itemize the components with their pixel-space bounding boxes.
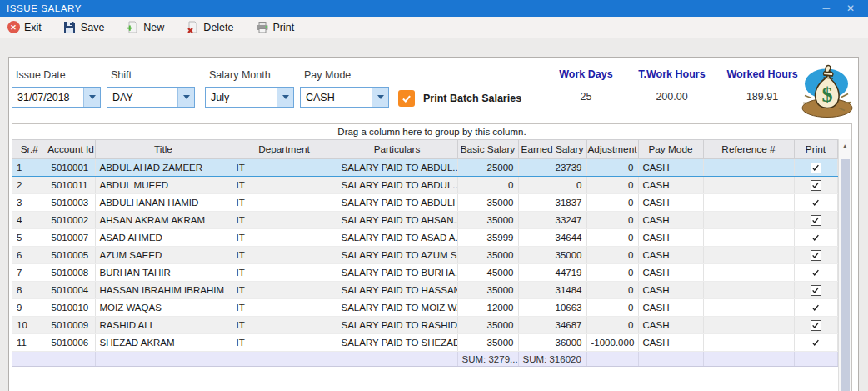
cell-particulars: SALARY PAID TO HASSAN... xyxy=(337,282,457,299)
summary-row: SUM: 3279...SUM: 316020 xyxy=(12,352,837,367)
delete-button[interactable]: Delete xyxy=(186,21,233,34)
cell-earned-salary: 10663 xyxy=(518,299,586,317)
cell-print xyxy=(794,247,837,264)
cell-sr: 6 xyxy=(12,247,47,264)
cell-particulars: SALARY PAID TO AHSAN... xyxy=(337,212,457,229)
cell-particulars: SALARY PAID TO BURHA... xyxy=(337,264,457,282)
scroll-up-arrow[interactable]: ▲ xyxy=(839,139,852,153)
cell-adjustment: 0 xyxy=(586,299,638,317)
print-row-checkbox[interactable] xyxy=(811,338,821,348)
table-row[interactable]: 85010004HASSAN IBRAHIM IBRAHIMITSALARY P… xyxy=(12,282,837,299)
salary-month-dropdown-button[interactable] xyxy=(277,88,293,107)
pay-mode-field: Pay Mode CASH xyxy=(300,69,389,108)
print-row-checkbox[interactable] xyxy=(811,180,821,191)
group-by-panel[interactable]: Drag a column here to group by this colu… xyxy=(12,124,851,139)
issue-date-dropdown-button[interactable] xyxy=(83,88,100,107)
summary-cell xyxy=(337,352,457,367)
column-header-sr[interactable]: Sr.# xyxy=(12,140,47,159)
cell-adjustment: 0 xyxy=(586,159,638,177)
table-row[interactable]: 65010005AZUM SAEEDITSALARY PAID TO AZUM … xyxy=(12,247,837,264)
salary-month-select[interactable]: July xyxy=(205,87,294,108)
issue-date-picker[interactable]: 31/07/2018 xyxy=(12,87,101,108)
column-header-earned-salary[interactable]: Earned Salary xyxy=(518,140,586,159)
table-row[interactable]: 35010003ABDULHANAN HAMIDITSALARY PAID TO… xyxy=(12,194,837,212)
print-row-checkbox[interactable] xyxy=(811,215,821,226)
table-row[interactable]: 55010007ASAD AHMEDITSALARY PAID TO ASAD … xyxy=(12,229,837,247)
cell-account-id: 5010004 xyxy=(47,282,95,299)
column-header-print[interactable]: Print xyxy=(794,140,837,159)
cell-title: RASHID ALI xyxy=(95,317,232,334)
shift-select[interactable]: DAY xyxy=(107,87,195,108)
cell-pay-mode: CASH xyxy=(638,159,703,177)
column-header-adjustment[interactable]: Adjustment xyxy=(586,140,638,159)
shift-dropdown-button[interactable] xyxy=(177,88,194,107)
cell-title: AHSAN AKRAM AKRAM xyxy=(95,212,232,229)
minimize-button[interactable]: ─ xyxy=(822,0,830,17)
table-row[interactable]: 45010002AHSAN AKRAM AKRAMITSALARY PAID T… xyxy=(12,212,837,229)
cell-print xyxy=(794,282,837,299)
table-row[interactable]: 95010010MOIZ WAQASITSALARY PAID TO MOIZ … xyxy=(12,299,837,317)
shift-label: Shift xyxy=(111,69,195,81)
cell-account-id: 5010001 xyxy=(47,159,95,177)
column-header-particulars[interactable]: Particulars xyxy=(337,140,457,159)
scroll-thumb[interactable] xyxy=(841,159,851,391)
column-header-account-id[interactable]: Account Id xyxy=(47,140,95,159)
cell-department: IT xyxy=(232,212,337,229)
cell-title: MOIZ WAQAS xyxy=(95,299,232,317)
print-row-checkbox[interactable] xyxy=(811,250,821,261)
summary-cell xyxy=(95,352,232,367)
chevron-down-icon xyxy=(183,95,190,99)
column-header-basic-salary[interactable]: Basic Salary xyxy=(457,140,518,159)
print-batch-checkbox[interactable] xyxy=(398,90,415,107)
cell-basic-salary: 35000 xyxy=(457,194,518,212)
close-button[interactable]: ✕ xyxy=(846,0,855,17)
column-header-pay-mode[interactable]: Pay Mode xyxy=(638,140,703,159)
cell-reference xyxy=(703,229,794,247)
print-button[interactable]: Print xyxy=(256,21,295,34)
print-row-checkbox[interactable] xyxy=(811,163,821,173)
salary-month-field: Salary Month July xyxy=(205,69,294,108)
shift-value: DAY xyxy=(107,88,177,107)
cell-earned-salary: 34644 xyxy=(518,229,586,247)
work-days-value: 25 xyxy=(546,91,626,103)
print-row-checkbox[interactable] xyxy=(811,233,821,243)
cell-account-id: 5010005 xyxy=(47,247,95,264)
summary-cell xyxy=(12,352,47,367)
pay-mode-dropdown-button[interactable] xyxy=(372,88,388,107)
cell-reference xyxy=(703,247,794,264)
cell-department: IT xyxy=(232,282,337,299)
save-label: Save xyxy=(81,22,105,33)
column-header-reference[interactable]: Reference # xyxy=(703,140,794,159)
table-row[interactable]: 115010006SHEZAD AKRAMITSALARY PAID TO SH… xyxy=(12,334,837,352)
table-row[interactable]: 75010008BURHAN TAHIRITSALARY PAID TO BUR… xyxy=(12,264,837,282)
cell-title: SHEZAD AKRAM xyxy=(95,334,232,352)
cell-department: IT xyxy=(232,177,337,194)
print-row-checkbox[interactable] xyxy=(811,285,821,296)
new-button[interactable]: New xyxy=(126,21,164,34)
print-row-checkbox[interactable] xyxy=(811,303,821,313)
table-row[interactable]: 25010011ABDUL MUEEDITSALARY PAID TO ABDU… xyxy=(12,177,837,194)
save-button[interactable]: Save xyxy=(63,21,105,34)
table-row[interactable]: 15010001ABDUL AHAD ZAMEERITSALARY PAID T… xyxy=(12,159,837,177)
column-header-department[interactable]: Department xyxy=(232,140,337,159)
summary-cell xyxy=(232,352,337,367)
cell-sr: 5 xyxy=(12,229,47,247)
cell-sr: 11 xyxy=(12,334,47,352)
table-row[interactable]: 105010009RASHID ALIITSALARY PAID TO RASH… xyxy=(12,317,837,334)
cell-sr: 1 xyxy=(12,159,47,177)
vertical-scrollbar[interactable]: ▲ xyxy=(838,139,852,391)
print-row-checkbox[interactable] xyxy=(811,320,821,331)
print-row-checkbox[interactable] xyxy=(811,198,821,208)
exit-button[interactable]: ✕ Exit xyxy=(7,21,42,34)
cell-reference xyxy=(703,282,794,299)
cell-sr: 8 xyxy=(12,282,47,299)
cell-particulars: SALARY PAID TO ABDUL... xyxy=(337,159,457,177)
cell-sr: 3 xyxy=(12,194,47,212)
check-icon xyxy=(811,321,820,329)
cell-reference xyxy=(703,299,794,317)
column-header-title[interactable]: Title xyxy=(95,140,232,159)
pay-mode-select[interactable]: CASH xyxy=(300,87,389,108)
summary-cell xyxy=(47,352,95,367)
print-row-checkbox[interactable] xyxy=(811,268,821,278)
check-icon xyxy=(811,268,820,277)
